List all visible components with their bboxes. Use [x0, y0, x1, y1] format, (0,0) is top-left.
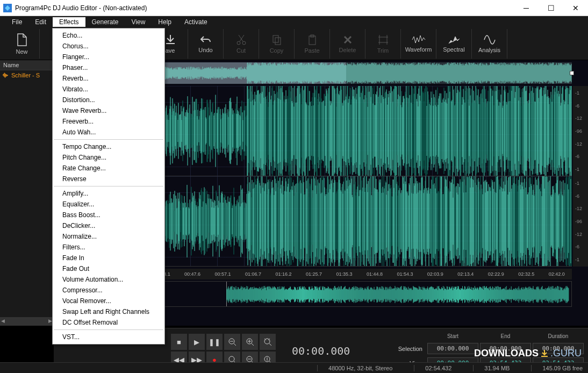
timeline-tick: 01:44.8: [360, 271, 390, 277]
cut-label: Cut: [236, 47, 246, 54]
effects-item[interactable]: Equalizer...: [53, 199, 164, 210]
paste-button[interactable]: Paste: [295, 29, 330, 59]
track-item[interactable]: Schiller - S: [0, 70, 53, 80]
svg-point-3531: [229, 356, 234, 362]
paste-icon: [307, 34, 317, 46]
menu-generate[interactable]: Generate: [85, 17, 125, 27]
trim-button[interactable]: Trim: [365, 29, 401, 59]
effects-item[interactable]: Wave Reverb...: [53, 105, 164, 116]
timeline-tick: 02:13.4: [450, 271, 481, 277]
effects-item[interactable]: Volume Automation...: [53, 274, 164, 285]
timeline-tick: 01:06.7: [238, 271, 268, 277]
db-label: -1: [575, 257, 588, 262]
undo-icon: [199, 34, 212, 45]
save-icon: [164, 34, 176, 46]
pause-button[interactable]: ❚❚: [206, 334, 223, 350]
window-title: Program4Pc DJ Audio Editor - (Non-activa…: [15, 4, 147, 12]
app-icon: [3, 4, 12, 12]
db-label: -1: [575, 167, 588, 172]
effects-item[interactable]: Amplify...: [53, 188, 164, 199]
effects-item[interactable]: DC Offset Removal: [53, 317, 164, 328]
db-scale: -1 -6 -12 -96 -12 -6 -1 -1 -6 -12 -96 -1…: [573, 86, 588, 267]
effects-item[interactable]: Chorus...: [53, 41, 164, 52]
effects-item[interactable]: Vibrato...: [53, 84, 164, 95]
delete-icon: [342, 34, 353, 45]
timeline-tick: 02:42.0: [542, 271, 572, 277]
titlebar: Program4Pc DJ Audio Editor - (Non-activa…: [0, 0, 588, 16]
effects-item[interactable]: Flanger...: [53, 52, 164, 62]
watermark: DOWNLOADS .GURU: [474, 348, 582, 359]
zoom-in-button[interactable]: [242, 334, 258, 350]
sel-start[interactable]: 00:00.000: [427, 343, 478, 354]
effects-item[interactable]: Reverb...: [53, 73, 164, 84]
db-label: -12: [575, 141, 588, 147]
db-label: -96: [575, 128, 588, 134]
effects-item[interactable]: Tempo Change...: [53, 141, 164, 152]
zoom-fit-button[interactable]: [224, 334, 240, 350]
menu-effects[interactable]: Effects: [53, 17, 85, 27]
menu-separator: [54, 329, 163, 330]
cut-button[interactable]: Cut: [224, 29, 259, 59]
status-format: 48000 Hz, 32-bit, Stereo: [317, 365, 392, 371]
spectral-button[interactable]: Spectral: [436, 29, 472, 59]
col-start: Start: [427, 333, 478, 339]
menubar: File Edit Effects Generate View Help Act…: [0, 16, 588, 28]
effects-item[interactable]: Auto Wah...: [53, 127, 164, 138]
waveform-button[interactable]: Waveform: [401, 29, 436, 59]
status-disk: 145.09 GB free: [531, 365, 583, 371]
timeline-tick: 02:32.5: [511, 271, 541, 277]
effects-item[interactable]: Swap Left and Right Channels: [53, 306, 164, 317]
maximize-button[interactable]: ☐: [539, 0, 563, 16]
waveform-label: Waveform: [405, 46, 432, 53]
menu-edit[interactable]: Edit: [28, 17, 53, 27]
svg-point-2: [242, 41, 246, 45]
audio-icon: [2, 73, 10, 78]
timeline-tick: 00:47.6: [177, 271, 207, 277]
stop-button[interactable]: ■: [171, 334, 187, 350]
effects-item[interactable]: Bass Boost...: [53, 210, 164, 220]
zoom-sel-button[interactable]: [260, 334, 276, 350]
effects-item[interactable]: VST...: [53, 332, 164, 342]
timeline-tick: 01:54.3: [390, 271, 420, 277]
undo-button[interactable]: Undo: [188, 29, 224, 59]
effects-item[interactable]: Filters...: [53, 242, 164, 253]
overview-handle[interactable]: [570, 71, 574, 75]
trim-icon: [377, 34, 389, 46]
sidebar-header: Name: [0, 60, 53, 70]
effects-item[interactable]: Rate Change...: [53, 163, 164, 174]
menu-view[interactable]: View: [125, 17, 152, 27]
timeline-tick: 02:03.9: [420, 271, 450, 277]
effects-item[interactable]: Normalize...: [53, 231, 164, 242]
db-label: -1: [575, 90, 588, 96]
sidebar-scrollbar[interactable]: [0, 317, 53, 326]
delete-button[interactable]: Delete: [330, 29, 365, 59]
minimize-button[interactable]: ─: [514, 0, 539, 16]
effects-item[interactable]: Freeverb...: [53, 116, 164, 127]
undo-label: Undo: [198, 47, 212, 53]
copy-button[interactable]: Copy: [259, 29, 295, 59]
close-button[interactable]: ✕: [563, 0, 588, 16]
effects-item[interactable]: DeClicker...: [53, 220, 164, 231]
effects-item[interactable]: Vocal Remover...: [53, 296, 164, 306]
effects-item[interactable]: Fade Out: [53, 263, 164, 274]
copy-icon: [271, 34, 282, 46]
menu-help[interactable]: Help: [152, 17, 178, 27]
menu-activate[interactable]: Activate: [178, 17, 214, 27]
effects-item[interactable]: Fade In: [53, 253, 164, 263]
delete-label: Delete: [339, 47, 356, 53]
new-button[interactable]: New: [4, 29, 40, 59]
effects-item[interactable]: Compressor...: [53, 285, 164, 296]
effects-item[interactable]: Distortion...: [53, 95, 164, 105]
analysis-button[interactable]: Analysis: [472, 29, 507, 59]
spectral-icon: [448, 35, 461, 45]
effects-item[interactable]: Pitch Change...: [53, 152, 164, 163]
effects-item[interactable]: Reverse: [53, 174, 164, 184]
db-label: -12: [575, 116, 588, 121]
menu-file[interactable]: File: [5, 17, 28, 27]
db-label: -6: [575, 193, 588, 199]
effects-item[interactable]: Phaser...: [53, 62, 164, 73]
mini-wave: [226, 286, 569, 303]
play-button[interactable]: ▶: [189, 334, 205, 350]
analysis-icon: [483, 34, 496, 45]
effects-item[interactable]: Echo...: [53, 30, 164, 41]
